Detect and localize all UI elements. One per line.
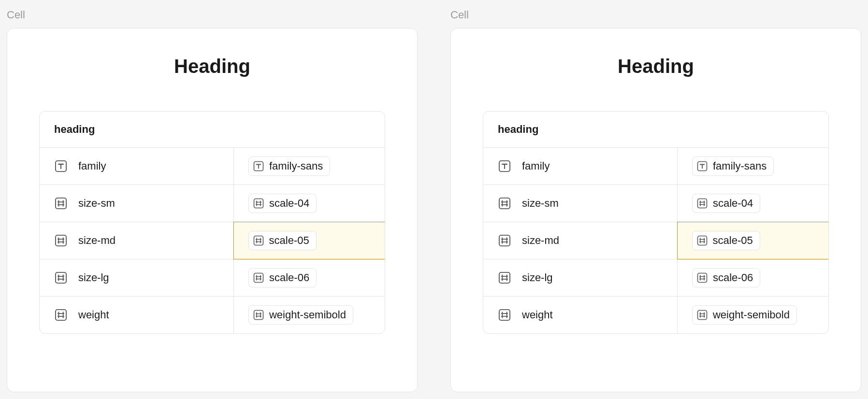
svg-rect-18 [499, 310, 510, 320]
token-row: size-lgscale-06 [40, 259, 385, 297]
token-value-label: weight-semibold [269, 309, 346, 321]
token-key-cell: size-md [483, 222, 678, 259]
token-value-cell[interactable]: scale-04 [677, 185, 828, 222]
token-value-pill[interactable]: scale-05 [692, 231, 760, 250]
token-row: size-smscale-04 [40, 185, 385, 222]
token-value-pill[interactable]: scale-04 [692, 194, 760, 213]
token-value-cell[interactable]: family-sans [677, 148, 828, 185]
cell-label: Cell [0, 0, 424, 28]
cell-column: CellHeadingheadingfamilyfamily-sanssize-… [0, 0, 424, 399]
token-row: familyfamily-sans [40, 148, 385, 185]
token-group-name: heading [483, 112, 828, 148]
token-row: size-lgscale-06 [483, 259, 828, 297]
svg-rect-14 [499, 235, 510, 246]
hash-icon [253, 235, 264, 246]
token-key-label: weight [78, 309, 109, 321]
token-key-cell: weight [483, 297, 677, 333]
token-row: weightweight-semibold [483, 297, 828, 333]
hash-icon [498, 197, 511, 210]
svg-rect-4 [56, 235, 66, 246]
token-value-label: scale-05 [713, 234, 753, 247]
svg-rect-16 [499, 272, 510, 283]
token-value-label: scale-06 [269, 271, 309, 284]
svg-rect-3 [254, 199, 263, 208]
svg-rect-5 [254, 236, 263, 245]
hash-icon [253, 198, 264, 209]
text-icon [498, 159, 511, 173]
svg-rect-7 [254, 273, 263, 283]
token-value-cell[interactable]: family-sans [233, 148, 385, 185]
token-value-pill[interactable]: weight-semibold [692, 305, 797, 325]
svg-rect-19 [697, 311, 707, 320]
svg-rect-12 [499, 198, 510, 209]
hash-icon [54, 271, 68, 285]
hash-icon [253, 309, 264, 321]
cell-card: Headingheadingfamilyfamily-sanssize-smsc… [450, 28, 861, 392]
hash-icon [54, 197, 68, 210]
token-value-label: scale-04 [269, 197, 309, 210]
token-value-cell[interactable]: scale-06 [233, 259, 385, 296]
token-value-label: scale-04 [713, 197, 753, 210]
token-value-label: family-sans [713, 160, 767, 172]
token-value-cell-highlighted[interactable]: scale-05 [233, 222, 385, 259]
token-key-cell: weight [40, 297, 233, 333]
token-value-pill[interactable]: scale-04 [248, 194, 317, 213]
token-value-label: family-sans [269, 160, 323, 172]
token-table: headingfamilyfamily-sanssize-smscale-04s… [483, 111, 829, 334]
hash-icon [498, 271, 511, 285]
token-group-name: heading [40, 112, 385, 148]
cell-label: Cell [444, 0, 868, 28]
token-row: weightweight-semibold [40, 297, 385, 333]
token-row: size-mdscale-05 [40, 222, 385, 259]
svg-rect-2 [56, 198, 66, 209]
cell-column: CellHeadingheadingfamilyfamily-sanssize-… [444, 0, 868, 399]
hash-icon [696, 272, 708, 284]
token-value-cell[interactable]: scale-04 [233, 185, 385, 222]
hash-icon [253, 272, 264, 284]
token-value-cell[interactable]: weight-semibold [677, 297, 828, 333]
token-key-label: size-sm [78, 197, 115, 210]
token-value-pill[interactable]: scale-05 [248, 231, 317, 250]
svg-rect-9 [254, 311, 263, 320]
card-title: Heading [618, 56, 694, 77]
token-value-label: scale-05 [269, 234, 309, 247]
token-key-label: size-lg [522, 271, 553, 284]
token-value-label: weight-semibold [713, 309, 790, 321]
token-value-label: scale-06 [713, 271, 753, 284]
token-value-cell[interactable]: weight-semibold [233, 297, 385, 333]
cell-card: Headingheadingfamilyfamily-sanssize-smsc… [7, 28, 418, 392]
hash-icon [696, 235, 708, 246]
token-key-cell: size-md [40, 222, 234, 259]
hash-icon [54, 234, 68, 247]
token-key-cell: size-lg [40, 259, 233, 296]
token-key-label: size-sm [522, 197, 559, 210]
text-icon [54, 159, 68, 173]
hash-icon [54, 308, 68, 322]
token-row: familyfamily-sans [483, 148, 828, 185]
svg-rect-8 [56, 310, 66, 320]
token-key-cell: size-sm [483, 185, 677, 222]
token-key-cell: family [40, 148, 233, 185]
hash-icon [498, 308, 511, 322]
token-value-pill[interactable]: scale-06 [692, 268, 760, 287]
token-key-label: weight [522, 309, 553, 321]
svg-rect-6 [56, 272, 66, 283]
token-value-cell-highlighted[interactable]: scale-05 [677, 222, 829, 259]
token-value-pill[interactable]: weight-semibold [248, 305, 353, 325]
token-value-pill[interactable]: family-sans [248, 157, 330, 176]
card-title: Heading [174, 56, 250, 77]
token-key-label: size-md [78, 234, 116, 247]
hash-icon [498, 234, 511, 247]
token-key-cell: size-lg [483, 259, 677, 296]
token-key-cell: size-sm [40, 185, 233, 222]
svg-rect-15 [697, 236, 707, 245]
svg-rect-17 [697, 273, 707, 283]
hash-icon [696, 309, 708, 321]
token-value-pill[interactable]: family-sans [692, 157, 774, 176]
token-key-cell: family [483, 148, 677, 185]
token-value-cell[interactable]: scale-06 [677, 259, 828, 296]
text-icon [696, 160, 708, 172]
token-key-label: family [78, 160, 106, 172]
token-value-pill[interactable]: scale-06 [248, 268, 317, 287]
text-icon [253, 160, 264, 172]
